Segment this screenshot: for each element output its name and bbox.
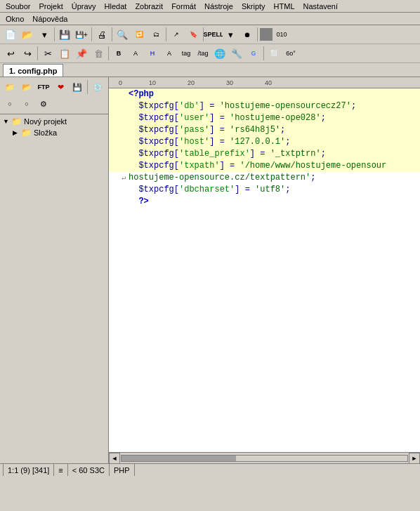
- line-arrow-7b: ↵: [119, 172, 129, 184]
- line-arrow-1: [119, 88, 129, 100]
- sidebar-open-btn[interactable]: 📂: [19, 79, 34, 95]
- folder-icon-project: 📁: [11, 117, 22, 126]
- color2-button[interactable]: 010: [274, 27, 289, 42]
- sep8: [108, 46, 109, 60]
- line-content-6: $txpcfg['table_prefix'] = '_txtptrn';: [129, 148, 326, 160]
- line-arrow-9: [119, 196, 129, 208]
- menu-napoveda[interactable]: Nápověda: [28, 14, 72, 24]
- code-line-2: $txpcfg['db'] = 'hostujeme-opensourcecz2…: [109, 100, 420, 112]
- editor-area: 0 10 20 30 40 <?php $txpcfg['db'] = 'hos…: [109, 77, 420, 463]
- menu-projekt[interactable]: Projekt: [34, 1, 67, 11]
- menu-zobrazit[interactable]: Zobrazit: [131, 1, 167, 11]
- format-btn4[interactable]: A: [162, 46, 177, 61]
- format-btn2[interactable]: A: [128, 46, 143, 61]
- tab-bar: 1. config.php: [0, 63, 420, 77]
- tab-label: 1. config.php: [9, 67, 57, 75]
- save-button[interactable]: 💾: [57, 27, 72, 42]
- print-button[interactable]: 🖨: [94, 27, 110, 42]
- macro-button[interactable]: ⏺: [239, 27, 255, 42]
- new-button[interactable]: 📄: [3, 27, 18, 42]
- status-enc-text: S3C: [90, 466, 105, 474]
- code-editor[interactable]: <?php $txpcfg['db'] = 'hostujeme-opensou…: [109, 88, 420, 452]
- menu-soubor[interactable]: Soubor: [1, 1, 34, 11]
- menu-nastaveni[interactable]: Nastavení: [299, 1, 343, 11]
- globe-button[interactable]: 🌐: [212, 46, 228, 61]
- sep-sb: [87, 80, 88, 94]
- sep7: [37, 46, 38, 60]
- findreplace-button[interactable]: 🔁: [131, 27, 147, 42]
- copy-button[interactable]: 📋: [57, 46, 72, 61]
- status-position: 1:1 (9) [341]: [3, 464, 54, 476]
- google-button[interactable]: G: [246, 46, 261, 61]
- line-arrow-6: [119, 148, 129, 160]
- tree-label-project: Nový projekt: [24, 117, 67, 126]
- status-pos-text: 1:1: [8, 466, 18, 474]
- menu-okno[interactable]: Okno: [1, 14, 28, 24]
- delete-button[interactable]: 🗑: [91, 46, 106, 61]
- menu-nastroje[interactable]: Nástroje: [200, 1, 237, 11]
- line-content-9: ?>: [129, 196, 149, 208]
- paste-button[interactable]: 📌: [74, 46, 89, 61]
- menu-skripty[interactable]: Skripty: [237, 1, 270, 11]
- sidebar-circle1-btn[interactable]: ○: [2, 96, 18, 112]
- sidebar-fav-btn[interactable]: ❤: [53, 79, 68, 95]
- findfile-button[interactable]: 🗂: [148, 27, 164, 42]
- code-line-8: $txpcfg['dbcharset'] = 'utf8';: [109, 184, 420, 196]
- html-btn[interactable]: ⬜: [266, 46, 282, 61]
- format-btn6[interactable]: /tag: [195, 46, 211, 61]
- scroll-left-btn[interactable]: ◄: [109, 453, 120, 464]
- find-button[interactable]: 🔍: [114, 27, 130, 42]
- goto-button[interactable]: ↗: [169, 27, 184, 42]
- open-dropdown[interactable]: ▾: [37, 27, 52, 42]
- format-btn3[interactable]: H: [145, 46, 160, 61]
- tree-item-folder[interactable]: ▶ 📁 Složka: [1, 127, 107, 138]
- save-all-button[interactable]: 💾+: [74, 27, 89, 42]
- redo-button[interactable]: ↪: [20, 46, 35, 61]
- code-line-9: ?>: [109, 196, 420, 208]
- spell-dropdown[interactable]: ▾: [223, 27, 238, 42]
- menubar: Soubor Projekt Úpravy Hledat Zobrazit Fo…: [0, 0, 420, 13]
- tree-arrow-project: ▼: [3, 118, 11, 125]
- sidebar-settings-btn[interactable]: ⚙: [36, 96, 51, 112]
- line-content-3: $txpcfg['user'] = 'hostujeme-ope028';: [129, 112, 326, 124]
- tool-button[interactable]: 🔧: [229, 46, 244, 61]
- sep3: [112, 27, 112, 41]
- toolbar-row1: 📄 📂 ▾ 💾 💾+ 🖨 🔍 🔁 🗂 ↗ 🔖 SPELL ▾ ⏺ 010: [0, 25, 420, 44]
- format-btn5[interactable]: tag: [178, 46, 194, 61]
- status-col-text: < 60: [72, 466, 88, 474]
- menu-html[interactable]: HTML: [270, 1, 299, 11]
- bookmark-button[interactable]: 🔖: [185, 27, 201, 42]
- sidebar-circle2-btn[interactable]: ○: [19, 96, 34, 112]
- sidebar-disk-btn[interactable]: 💿: [90, 79, 105, 95]
- tree-label-folder: Složka: [34, 128, 57, 137]
- menu-hledat[interactable]: Hledat: [100, 1, 131, 11]
- tree-arrow-folder: ▶: [13, 129, 21, 136]
- format-btn1[interactable]: B: [111, 46, 126, 61]
- ruler-mark-20: 20: [188, 79, 195, 86]
- tree-item-project[interactable]: ▼ 📁 Nový projekt: [1, 116, 107, 127]
- undo-button[interactable]: ↩: [3, 46, 18, 61]
- code-line-1: <?php: [109, 88, 420, 100]
- status-col-icon: ≡: [58, 466, 63, 474]
- sidebar-ftp-btn[interactable]: FTP: [36, 79, 51, 95]
- hscrollbar-track[interactable]: [121, 455, 408, 462]
- scroll-right-btn[interactable]: ►: [409, 453, 420, 464]
- menu-format[interactable]: Formát: [167, 1, 200, 11]
- line-arrow-2: [119, 100, 129, 112]
- sep2: [91, 27, 92, 41]
- line-content-5: $txpcfg['host'] = '127.0.0.1';: [129, 136, 290, 148]
- main-area: 📁 📂 FTP ❤ 💾 💿 ○ ○ ⚙ ▼ 📁 Nový projekt ▶ 📁…: [0, 77, 420, 463]
- sidebar-new-btn[interactable]: 📁: [2, 79, 18, 95]
- sidebar-save-project-btn[interactable]: 💾: [70, 79, 85, 95]
- tab-config-php[interactable]: 1. config.php: [3, 64, 63, 77]
- open-button[interactable]: 📂: [20, 27, 35, 42]
- hscrollbar-thumb: [122, 456, 236, 461]
- spell-button[interactable]: SPELL: [206, 27, 221, 42]
- menu-upravy[interactable]: Úpravy: [67, 1, 100, 11]
- sidebar-tree: ▼ 📁 Nový projekt ▶ 📁 Složka: [0, 114, 108, 463]
- color-button[interactable]: [260, 28, 273, 41]
- status-lines-text: (9): [20, 466, 29, 474]
- cut-button[interactable]: ✂: [40, 46, 55, 61]
- code-btn[interactable]: 6o°: [283, 46, 298, 61]
- ruler-mark-30: 30: [226, 79, 233, 86]
